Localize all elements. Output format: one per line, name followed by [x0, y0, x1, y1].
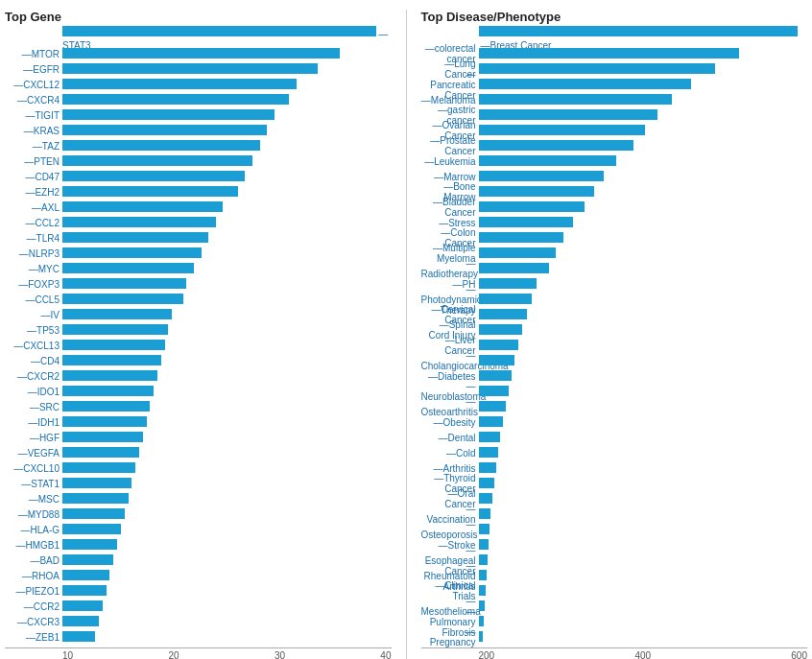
bar-wrap — [479, 462, 808, 475]
bar-row: —PTEN — [5, 154, 392, 168]
bar-row: —Melanoma — [421, 93, 808, 106]
bar — [479, 631, 483, 642]
bar-wrap — [62, 355, 392, 367]
bar — [62, 447, 139, 458]
bar-wrap — [479, 294, 808, 306]
bar-row: —IV — [5, 308, 392, 321]
bar-label: —SRC — [5, 402, 62, 412]
bar-row: —MTOR — [5, 47, 392, 60]
bar-row: —CXCL12 — [5, 78, 392, 91]
bar-wrap — [62, 493, 392, 506]
main-container: Top Gene —STAT3—MTOR—EGFR—CXCL12—CXCR4—T… — [0, 0, 812, 659]
bar-row: —RHOA — [5, 569, 392, 582]
bar-wrap — [62, 140, 392, 153]
bar — [62, 94, 289, 105]
bar — [62, 125, 267, 135]
bar — [62, 508, 125, 519]
bar-row: —Marrow — [421, 170, 808, 183]
bar — [62, 478, 131, 488]
bar-row: —Liver Cancer — [421, 339, 808, 352]
bar — [62, 247, 202, 258]
bar-wrap — [62, 171, 392, 183]
bar-row: —Ovarian Cancer — [421, 124, 808, 137]
bar-label: —CXCL12 — [5, 80, 62, 90]
bar-row: —Stroke — [421, 538, 808, 552]
bar-label: —KRAS — [5, 126, 62, 136]
bar-wrap — [62, 94, 392, 106]
bar — [62, 48, 340, 59]
bar-label: —TIGIT — [5, 110, 62, 121]
bar-wrap — [62, 478, 392, 490]
bar — [62, 309, 172, 319]
bar-wrap — [62, 63, 392, 76]
bar-row: —EZH2 — [5, 185, 392, 199]
bar-wrap — [62, 462, 392, 475]
bar-wrap — [62, 324, 392, 337]
bar — [479, 386, 509, 396]
left-chart-area: —STAT3—MTOR—EGFR—CXCL12—CXCR4—TIGIT—KRAS… — [5, 32, 392, 644]
bar-row: —MSC — [5, 492, 392, 506]
bar-wrap — [479, 309, 808, 321]
bar-wrap — [62, 370, 392, 383]
bar — [62, 462, 135, 473]
bar-wrap — [62, 554, 392, 567]
bar-label: —Arthritis — [421, 463, 479, 474]
bar — [62, 585, 107, 596]
bar-label: —CXCR4 — [5, 95, 62, 106]
bar-wrap — [479, 201, 808, 214]
bar-wrap — [62, 79, 392, 91]
bar-row: —SRC — [5, 400, 392, 413]
bar-row: —Radiotherapy — [421, 262, 808, 275]
bar-wrap — [479, 524, 808, 536]
bar-wrap — [62, 278, 392, 291]
bar-label: —Leukemia — [421, 156, 479, 167]
right-chart-section: Top Disease/Phenotype —Breast Cancer—col… — [421, 10, 808, 659]
bar-row: —Mesothelioma — [421, 600, 808, 613]
bar-label: —Marrow — [421, 172, 479, 182]
bar-row: —Arthritis — [421, 461, 808, 475]
bar-row: —Cold — [421, 446, 808, 459]
bar-label: —Osteoporosis — [421, 519, 479, 540]
bar-label: —EGFR — [5, 64, 62, 75]
bar — [62, 631, 95, 642]
bar — [479, 447, 498, 458]
bar-label: —Bladder Cancer — [421, 197, 479, 218]
bar-row: —HGF — [5, 431, 392, 444]
x-tick-label: 30 — [275, 650, 285, 659]
bar-row: —Pulmonary Fibrosis — [421, 615, 808, 628]
bar-row: —Obesity — [421, 415, 808, 429]
bar — [62, 63, 318, 74]
bar-wrap — [479, 386, 808, 398]
bar-row: —Prostate Cancer — [421, 139, 808, 153]
bar — [62, 539, 117, 550]
bar-row: —PH — [421, 277, 808, 291]
bar-row: —TLR4 — [5, 231, 392, 245]
bar-wrap — [62, 155, 392, 168]
bar-wrap — [479, 340, 808, 352]
bar-row: —HLA-G — [5, 523, 392, 536]
bar-label: —CD47 — [5, 172, 62, 182]
bar-row: —CCL2 — [5, 216, 392, 229]
bar-wrap — [62, 340, 392, 352]
bar-row: —PIEZO1 — [5, 584, 392, 598]
bar-label: —CCR2 — [5, 601, 62, 612]
bar-wrap — [62, 524, 392, 536]
bar-wrap — [62, 186, 392, 199]
bar-row: —Dental — [421, 431, 808, 444]
bar — [479, 94, 672, 105]
bar — [62, 140, 260, 151]
bar-label: —TAZ — [5, 141, 62, 152]
bar-row: —VEGFA — [5, 446, 392, 459]
bar-wrap — [479, 48, 808, 60]
bar — [479, 340, 518, 350]
bar — [62, 109, 275, 120]
bar-wrap — [479, 508, 808, 521]
bar-label: —Radiotherapy — [421, 258, 479, 279]
bar-wrap — [479, 217, 808, 229]
bar — [479, 416, 503, 427]
bar — [479, 186, 595, 197]
bar-label: —IV — [5, 310, 62, 320]
bar-label: —Melanoma — [421, 95, 479, 106]
bar-label: —ZEB1 — [5, 632, 62, 643]
bar-wrap — [479, 125, 808, 137]
